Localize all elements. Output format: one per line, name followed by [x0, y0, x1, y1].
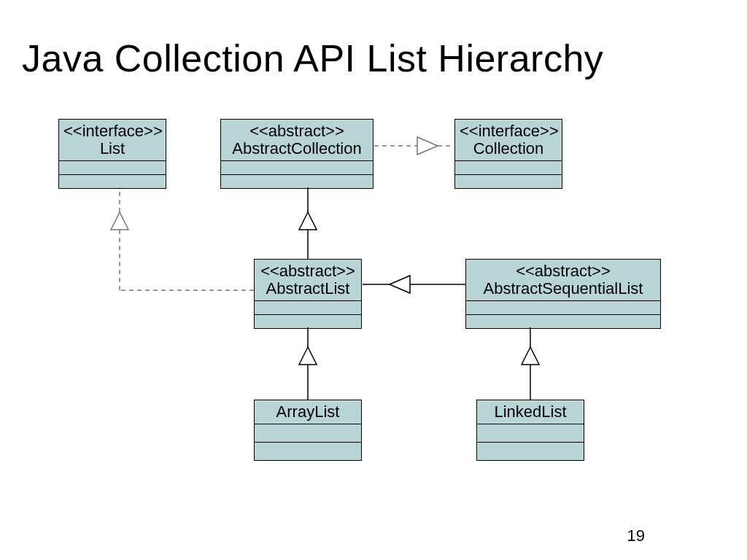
uml-class-name: AbstractList — [259, 280, 357, 298]
uml-stereotype: <<abstract>> — [471, 262, 656, 280]
uml-operations-compartment — [455, 175, 562, 188]
svg-marker-10 — [299, 212, 317, 230]
uml-operations-compartment — [255, 315, 361, 328]
uml-stereotype: <<abstract>> — [259, 262, 357, 280]
uml-abstract-abstractlist: <<abstract>> AbstractList — [254, 259, 362, 329]
uml-class-arraylist: ArrayList — [254, 400, 362, 461]
uml-attributes-compartment — [221, 161, 373, 175]
uml-box-header: <<abstract>> AbstractList — [255, 260, 361, 301]
svg-marker-17 — [417, 137, 438, 155]
uml-box-header: ArrayList — [255, 400, 361, 424]
uml-interface-list: <<interface>> List — [58, 119, 166, 189]
uml-box-header: LinkedList — [477, 400, 584, 424]
uml-class-name: AbstractSequentialList — [471, 280, 656, 298]
uml-stereotype: <<interface>> — [460, 122, 557, 140]
svg-marker-4 — [522, 347, 539, 365]
svg-marker-7 — [390, 276, 410, 293]
uml-abstract-abstractcollection: <<abstract>> AbstractCollection — [220, 119, 374, 189]
uml-attributes-compartment — [466, 301, 660, 315]
uml-abstract-abstractsequentiallist: <<abstract>> AbstractSequentialList — [465, 259, 661, 329]
uml-box-header: <<abstract>> AbstractSequentialList — [466, 260, 660, 301]
uml-box-header: <<interface>> List — [59, 120, 166, 161]
uml-operations-compartment — [255, 443, 361, 460]
uml-attributes-compartment — [477, 424, 584, 443]
slide: Java Collection API List Hierarchy <<int… — [0, 0, 747, 560]
uml-class-name: Collection — [460, 140, 557, 158]
uml-box-header: <<interface>> Collection — [455, 120, 562, 161]
uml-operations-compartment — [221, 175, 373, 188]
uml-class-name: ArrayList — [259, 403, 357, 421]
uml-stereotype: <<interface>> — [63, 122, 161, 140]
uml-operations-compartment — [59, 175, 166, 188]
uml-class-linkedlist: LinkedList — [476, 400, 584, 461]
uml-class-name: List — [63, 140, 161, 158]
uml-attributes-compartment — [59, 161, 166, 175]
svg-marker-1 — [299, 347, 317, 365]
uml-operations-compartment — [466, 315, 660, 328]
uml-attributes-compartment — [255, 301, 361, 315]
svg-marker-14 — [111, 212, 128, 230]
uml-attributes-compartment — [455, 161, 562, 175]
uml-attributes-compartment — [255, 424, 361, 443]
uml-class-name: AbstractCollection — [225, 140, 368, 158]
uml-interface-collection: <<interface>> Collection — [454, 119, 562, 189]
uml-class-name: LinkedList — [481, 403, 579, 421]
page-number: 19 — [627, 526, 645, 545]
uml-box-header: <<abstract>> AbstractCollection — [221, 120, 373, 161]
slide-title: Java Collection API List Hierarchy — [22, 36, 603, 80]
uml-operations-compartment — [477, 443, 584, 460]
uml-stereotype: <<abstract>> — [225, 122, 368, 140]
